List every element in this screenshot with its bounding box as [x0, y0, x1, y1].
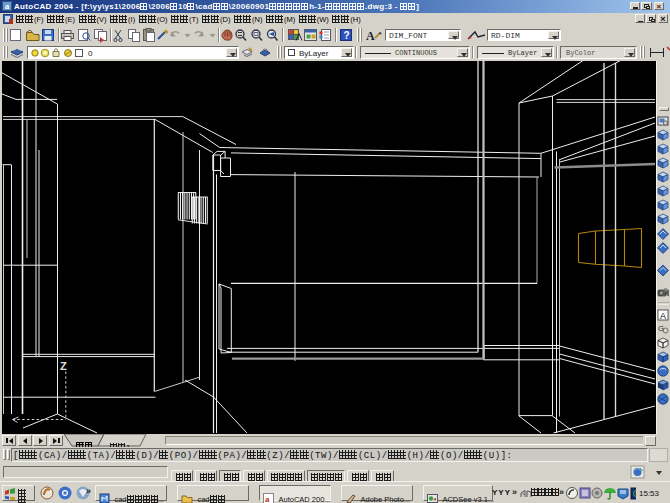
svg-text:A: A	[660, 310, 666, 320]
svg-text:Z: Z	[60, 360, 67, 372]
svg-text:A: A	[366, 29, 375, 43]
svg-text:?: ?	[344, 30, 350, 41]
svg-text:a: a	[265, 494, 270, 503]
